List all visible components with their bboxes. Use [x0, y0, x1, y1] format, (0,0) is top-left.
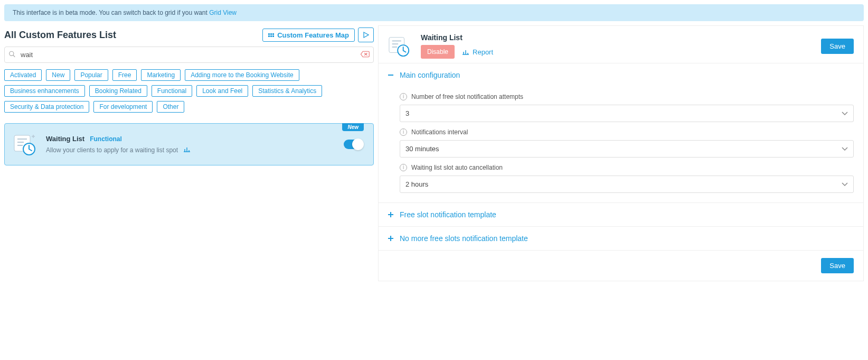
filter-tag[interactable]: Adding more to the Booking Website — [185, 69, 299, 81]
grid-icon — [268, 33, 274, 37]
svg-point-0 — [10, 51, 14, 56]
interval-select[interactable]: 30 minutes — [400, 140, 854, 158]
map-link-label: Custom Features Map — [277, 31, 349, 39]
detail-panel: Waiting List Disable Report Save Main co… — [378, 25, 864, 281]
play-button[interactable] — [358, 27, 374, 42]
filter-tag[interactable]: Booking Related — [89, 85, 147, 97]
custom-features-map-link[interactable]: Custom Features Map — [262, 29, 355, 42]
report-icon — [462, 49, 469, 55]
new-badge: New — [342, 123, 364, 131]
filter-tag[interactable]: Popular — [74, 69, 108, 81]
disable-button[interactable]: Disable — [421, 45, 455, 59]
beta-banner: This interface is in beta mode. You can … — [4, 4, 864, 21]
page-title: All Custom Features List — [4, 30, 116, 41]
svg-rect-12 — [388, 75, 393, 76]
field-label: Notifications interval — [411, 128, 468, 136]
section-title: No more free slots notification template — [400, 234, 528, 243]
filter-tag[interactable]: Business enhancements — [4, 85, 85, 97]
stats-icon[interactable] — [183, 146, 191, 154]
section-no-more-slots-template[interactable]: No more free slots notification template — [379, 227, 863, 250]
beta-banner-text: This interface is in beta mode. You can … — [13, 9, 209, 16]
filter-tag[interactable]: Other — [157, 101, 184, 113]
report-label: Report — [473, 48, 493, 56]
filter-tag[interactable]: Marketing — [141, 69, 181, 81]
filter-tag[interactable]: Functional — [152, 85, 192, 97]
detail-title: Waiting List — [421, 33, 813, 42]
filter-tag[interactable]: For development — [93, 101, 153, 113]
attempts-select[interactable]: 3 — [400, 105, 854, 122]
plus-icon — [388, 236, 393, 241]
save-button[interactable]: Save — [821, 39, 854, 54]
filter-tag[interactable]: Activated — [4, 69, 42, 81]
filter-tag[interactable]: Statistics & Analytics — [252, 85, 322, 97]
cancel-select[interactable]: 2 hours — [400, 176, 854, 193]
filter-tag[interactable]: Free — [112, 69, 137, 81]
section-title: Free slot notification template — [400, 210, 496, 219]
field-label: Number of free slot notification attempt… — [411, 93, 523, 100]
clear-search-icon[interactable] — [360, 50, 370, 59]
grid-view-link[interactable]: Grid View — [209, 9, 237, 16]
section-free-slot-template[interactable]: Free slot notification template — [379, 203, 863, 226]
field-label: Waiting list slot auto cancellation — [411, 164, 503, 171]
waiting-list-icon — [388, 34, 412, 58]
info-icon[interactable]: i — [400, 93, 407, 100]
filter-tag[interactable]: Look and Feel — [196, 85, 248, 97]
search-icon — [8, 50, 16, 59]
feature-card[interactable]: New Waiting List Functional — [4, 123, 374, 165]
save-button-footer[interactable]: Save — [821, 258, 854, 273]
feature-description: Allow your clients to apply for a waitin… — [46, 146, 178, 154]
section-title: Main configuration — [400, 71, 460, 79]
play-icon — [363, 32, 369, 38]
feature-toggle[interactable] — [344, 140, 363, 149]
filter-tag[interactable]: Security & Data protection — [4, 101, 89, 113]
filter-tag[interactable]: New — [46, 69, 70, 81]
svg-line-1 — [13, 55, 15, 57]
info-icon[interactable]: i — [400, 164, 407, 171]
section-main-config[interactable]: Main configuration — [379, 63, 863, 87]
minus-icon — [388, 75, 393, 76]
left-panel: All Custom Features List Custom Features… — [4, 25, 374, 281]
info-icon[interactable]: i — [400, 128, 407, 136]
plus-icon — [388, 212, 393, 217]
search-input[interactable] — [4, 47, 374, 63]
feature-title: Waiting List — [46, 135, 84, 143]
filter-tags: Activated New Popular Free Marketing Add… — [4, 69, 374, 113]
report-link[interactable]: Report — [462, 48, 493, 56]
feature-category: Functional — [90, 135, 122, 143]
waiting-list-icon — [13, 132, 37, 156]
